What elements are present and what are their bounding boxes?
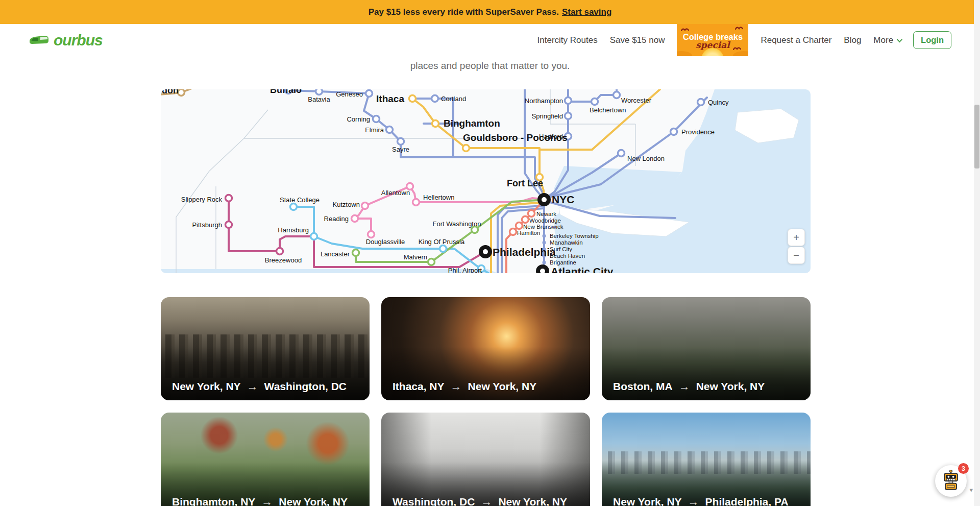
svg-text:King Of Prussia: King Of Prussia bbox=[419, 238, 465, 246]
route-card[interactable]: Binghamton, NY→New York, NY bbox=[161, 413, 370, 506]
svg-text:Atlantic City: Atlantic City bbox=[551, 266, 614, 273]
route-to: New York, NY bbox=[279, 496, 348, 506]
route-card[interactable]: Boston, MA→New York, NY bbox=[602, 297, 811, 400]
svg-text:Reading: Reading bbox=[324, 215, 349, 223]
hill-decoration bbox=[677, 51, 692, 56]
college-breaks-badge[interactable]: College breaks special bbox=[677, 24, 748, 56]
svg-text:New Brunswick: New Brunswick bbox=[523, 224, 564, 230]
svg-text:Pittsburgh: Pittsburgh bbox=[192, 221, 222, 229]
badge-line2: special bbox=[696, 41, 730, 49]
route-to: Philadelphia, PA bbox=[705, 496, 789, 506]
svg-text:Belchertown: Belchertown bbox=[590, 106, 626, 114]
bird-icon bbox=[735, 26, 743, 30]
route-card-label: Ithaca, NY→New York, NY bbox=[393, 380, 536, 393]
svg-text:Phil. Airport: Phil. Airport bbox=[448, 267, 482, 273]
route-to: Washington, DC bbox=[264, 380, 347, 393]
map-zoom-out-button[interactable]: − bbox=[788, 247, 805, 264]
svg-text:NYC: NYC bbox=[552, 194, 574, 205]
promo-text: Pay $15 less every ride with SuperSaver … bbox=[369, 7, 559, 17]
svg-text:State College: State College bbox=[280, 196, 320, 204]
svg-text:Beach Haven: Beach Haven bbox=[550, 253, 585, 259]
svg-text:Surf City: Surf City bbox=[550, 246, 572, 252]
route-to: New York, NY bbox=[498, 496, 567, 506]
bird-icon bbox=[733, 46, 741, 50]
map-zoom-in-button[interactable]: + bbox=[788, 229, 805, 246]
route-card-photo bbox=[381, 413, 590, 506]
login-button[interactable]: Login bbox=[913, 31, 951, 49]
svg-text:Quincy: Quincy bbox=[708, 99, 729, 106]
tagline-text: places and people that matter to you. bbox=[0, 60, 980, 71]
bird-icon bbox=[681, 27, 689, 31]
svg-text:Batavia: Batavia bbox=[308, 95, 330, 103]
route-from: New York, NY bbox=[613, 496, 682, 506]
svg-text:Berkeley Township: Berkeley Township bbox=[550, 233, 599, 239]
nav-request-charter[interactable]: Request a Charter bbox=[761, 35, 831, 45]
promo-start-saving-link[interactable]: Start saving bbox=[562, 7, 611, 17]
arrow-right-icon: → bbox=[261, 495, 273, 506]
nav-intercity-routes[interactable]: Intercity Routes bbox=[537, 35, 598, 45]
arrow-right-icon: → bbox=[451, 380, 462, 393]
robot-icon bbox=[940, 470, 962, 492]
svg-text:Springfield: Springfield bbox=[532, 112, 563, 120]
arrow-right-icon: → bbox=[679, 380, 690, 393]
svg-text:Manahawkin: Manahawkin bbox=[550, 239, 583, 246]
svg-text:Elmira: Elmira bbox=[365, 126, 384, 134]
route-card-label: Washington, DC→New York, NY bbox=[393, 495, 567, 506]
arrow-right-icon: → bbox=[688, 495, 699, 506]
route-card-photo bbox=[161, 413, 370, 506]
route-card[interactable]: New York, NY→Washington, DC bbox=[161, 297, 370, 400]
route-card-label: Binghamton, NY→New York, NY bbox=[172, 495, 348, 506]
route-cards-row-2: Binghamton, NY→New York, NYWashington, D… bbox=[161, 413, 811, 506]
route-card-photo bbox=[602, 413, 811, 506]
svg-text:Buffalo: Buffalo bbox=[270, 89, 302, 95]
route-to: New York, NY bbox=[468, 380, 537, 393]
nav-blog[interactable]: Blog bbox=[844, 35, 861, 45]
svg-text:Philadelphia: Philadelphia bbox=[493, 246, 556, 258]
svg-text:Providence: Providence bbox=[681, 128, 715, 136]
svg-text:Ithaca: Ithaca bbox=[376, 93, 404, 104]
svg-text:Kutztown: Kutztown bbox=[333, 201, 360, 208]
logo-text: ourbus bbox=[54, 32, 103, 49]
svg-text:Harrisburg: Harrisburg bbox=[278, 226, 309, 234]
svg-text:Hartford: Hartford bbox=[539, 133, 563, 140]
scrollbar-track[interactable] bbox=[974, 0, 980, 506]
bus-icon bbox=[28, 34, 50, 47]
svg-text:Hellertown: Hellertown bbox=[423, 194, 454, 201]
scroll-down-icon[interactable]: ▾ bbox=[969, 486, 973, 494]
svg-text:Slippery Rock: Slippery Rock bbox=[181, 196, 223, 203]
nav-more[interactable]: More bbox=[873, 35, 901, 45]
svg-text:Fort Lee: Fort Lee bbox=[507, 178, 543, 188]
route-card[interactable]: Washington, DC→New York, NY bbox=[381, 413, 590, 506]
route-map[interactable]: LondonBuffaloBataviaGeneseoIthacaCortlan… bbox=[161, 89, 811, 273]
svg-text:Corning: Corning bbox=[347, 115, 370, 123]
main-nav: ourbus Intercity Routes Save $15 now Col… bbox=[0, 24, 980, 56]
svg-text:Allentown: Allentown bbox=[381, 189, 410, 197]
route-card-label: New York, NY→Washington, DC bbox=[172, 380, 347, 393]
nav-more-label: More bbox=[873, 35, 893, 45]
nav-save-15-now[interactable]: Save $15 now bbox=[610, 35, 665, 45]
svg-text:Brigantine: Brigantine bbox=[550, 259, 576, 266]
svg-text:Fort Washington: Fort Washington bbox=[433, 220, 481, 228]
route-cards-row-1: New York, NY→Washington, DCIthaca, NY→Ne… bbox=[161, 297, 811, 400]
route-map-svg: LondonBuffaloBataviaGeneseoIthacaCortlan… bbox=[161, 89, 811, 273]
route-card[interactable]: Ithaca, NY→New York, NY bbox=[381, 297, 590, 400]
route-card-label: Boston, MA→New York, NY bbox=[613, 380, 765, 393]
svg-text:Hamilton: Hamilton bbox=[517, 230, 540, 236]
chat-widget-button[interactable]: 3 bbox=[935, 465, 967, 497]
svg-text:New London: New London bbox=[627, 155, 665, 162]
route-from: New York, NY bbox=[172, 380, 241, 393]
svg-text:Binghamton: Binghamton bbox=[444, 118, 500, 129]
route-from: Binghamton, NY bbox=[172, 496, 255, 506]
nav-links: Intercity Routes Save $15 now College br… bbox=[537, 24, 951, 56]
hill-decoration bbox=[733, 51, 748, 56]
chat-unread-badge: 3 bbox=[958, 463, 969, 474]
ourbus-logo[interactable]: ourbus bbox=[28, 32, 103, 49]
route-from: Boston, MA bbox=[613, 380, 673, 393]
scrollbar-thumb[interactable] bbox=[974, 105, 979, 168]
svg-text:Worcester: Worcester bbox=[621, 97, 652, 104]
route-card[interactable]: New York, NY→Philadelphia, PA bbox=[602, 413, 811, 506]
svg-text:Breezewood: Breezewood bbox=[265, 256, 302, 264]
svg-text:Woodbridge: Woodbridge bbox=[529, 218, 561, 224]
svg-text:Sayre: Sayre bbox=[392, 146, 409, 153]
svg-text:Northampton: Northampton bbox=[525, 97, 563, 105]
